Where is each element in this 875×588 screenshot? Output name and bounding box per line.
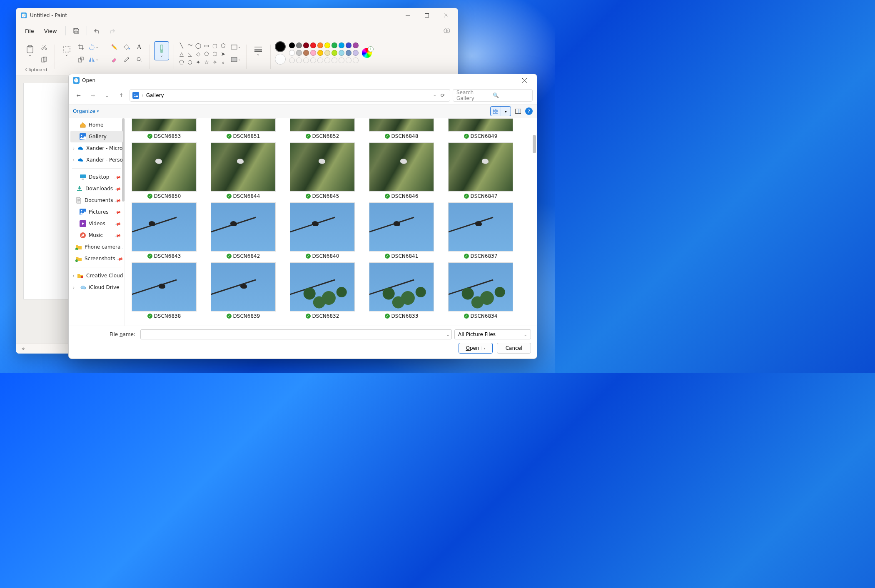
redo-icon[interactable] <box>105 25 118 37</box>
copy-icon[interactable] <box>38 54 50 65</box>
eraser-icon[interactable] <box>108 54 120 65</box>
color-swatch[interactable] <box>324 50 330 56</box>
color-swatch-empty[interactable] <box>296 57 302 63</box>
file-item[interactable]: ✓DSCN6840 <box>290 202 355 262</box>
file-item[interactable]: ✓DSCN6853 <box>132 118 197 142</box>
file-name-input[interactable]: ⌄ <box>140 329 452 339</box>
file-item[interactable]: ✓DSCN6833 <box>369 262 434 322</box>
file-item[interactable]: ✓DSCN6845 <box>290 142 355 202</box>
close-button[interactable] <box>436 9 456 22</box>
color-swatch-empty[interactable] <box>317 57 323 63</box>
color-swatch[interactable] <box>317 42 323 48</box>
maximize-button[interactable] <box>417 9 436 22</box>
color-swatch-empty[interactable] <box>332 57 337 63</box>
color-primary[interactable] <box>275 41 286 52</box>
view-mode-split-button[interactable]: ▾ <box>490 106 511 116</box>
organize-menu[interactable]: Organize▾ <box>73 108 99 114</box>
nav-documents[interactable]: Documents📌 <box>70 194 123 206</box>
nav-home[interactable]: Home <box>70 119 123 131</box>
color-swatch-empty[interactable] <box>339 57 344 63</box>
search-input[interactable]: Search Gallery 🔍 <box>453 89 533 102</box>
color-swatch[interactable] <box>289 42 295 48</box>
cancel-button[interactable]: Cancel <box>497 343 531 354</box>
color-swatch[interactable] <box>353 50 359 56</box>
edit-colors-button[interactable] <box>362 48 372 58</box>
help-button[interactable]: ? <box>525 107 533 115</box>
file-item[interactable]: ✓DSCN6844 <box>211 142 276 202</box>
save-icon[interactable] <box>70 25 82 37</box>
shapes-gallery[interactable]: ╲ 〜 ◯ ▭ ▢ ⬠ △ ◺ ◇ ⬠ ⬡ ➤ ⬠⬡✦☆✧⬨ <box>178 41 227 66</box>
content-scrollbar[interactable] <box>533 135 536 153</box>
color-swatch[interactable] <box>296 50 302 56</box>
color-secondary[interactable] <box>275 54 286 65</box>
file-item[interactable]: ✓DSCN6841 <box>369 202 434 262</box>
color-swatch[interactable] <box>332 42 337 48</box>
recent-dropdown[interactable]: ⌄ <box>101 90 113 101</box>
select-button[interactable]: ⌄ <box>59 41 74 60</box>
color-swatch[interactable] <box>353 42 359 48</box>
nav-desktop[interactable]: Desktop📌 <box>70 171 123 183</box>
open-button[interactable]: Open▾ <box>459 343 493 354</box>
stroke-width-button[interactable]: ⌄ <box>251 41 266 60</box>
color-swatch-empty[interactable] <box>324 57 330 63</box>
shape-outline-icon[interactable]: ⌄ <box>230 41 242 53</box>
up-button[interactable]: ↑ <box>115 90 127 101</box>
color-swatch[interactable] <box>310 42 316 48</box>
nav-downloads[interactable]: Downloads📌 <box>70 183 123 194</box>
breadcrumb-dropdown[interactable]: ⌄ <box>433 92 436 98</box>
cut-icon[interactable] <box>38 41 50 53</box>
color-swatch-empty[interactable] <box>353 57 359 63</box>
file-item[interactable]: ✓DSCN6852 <box>290 118 355 142</box>
file-item[interactable]: ✓DSCN6848 <box>369 118 434 142</box>
nav-gallery[interactable]: Gallery <box>70 131 123 142</box>
color-swatch[interactable] <box>324 42 330 48</box>
color-swatch-empty[interactable] <box>289 57 295 63</box>
eyedropper-icon[interactable] <box>121 54 132 65</box>
flip-icon[interactable]: ⌄ <box>87 54 99 65</box>
forward-button[interactable]: → <box>87 90 99 101</box>
file-item[interactable]: ✓DSCN6837 <box>448 202 513 262</box>
file-item[interactable]: ✓DSCN6834 <box>448 262 513 322</box>
brush-button[interactable]: ⌄ <box>154 41 169 60</box>
undo-icon[interactable] <box>91 25 104 37</box>
back-button[interactable]: ← <box>73 90 85 101</box>
color-swatch-empty[interactable] <box>346 57 351 63</box>
rotate-icon[interactable]: ⌄ <box>87 41 99 53</box>
color-swatch[interactable] <box>332 50 337 56</box>
resize-icon[interactable] <box>75 54 87 65</box>
file-item[interactable]: ✓DSCN6832 <box>290 262 355 322</box>
color-swatch[interactable] <box>346 42 351 48</box>
nav-creative-cloud[interactable]: ›Creative Cloud Files <box>70 270 123 282</box>
color-swatch[interactable] <box>346 50 351 56</box>
file-item[interactable]: ✓DSCN6839 <box>211 262 276 322</box>
nav-music[interactable]: Music📌 <box>70 229 123 241</box>
breadcrumb-gallery[interactable]: Gallery <box>146 92 164 98</box>
breadcrumb[interactable]: › Gallery ⌄ ⟳ <box>130 89 450 102</box>
crop-icon[interactable] <box>75 41 87 53</box>
file-item[interactable]: ✓DSCN6846 <box>369 142 434 202</box>
file-item[interactable]: ✓DSCN6849 <box>448 118 513 142</box>
shape-fill-icon[interactable]: ⌄ <box>230 54 242 65</box>
refresh-button[interactable]: ⟳ <box>441 92 445 98</box>
nav-videos[interactable]: Videos📌 <box>70 218 123 229</box>
color-swatch[interactable] <box>303 50 309 56</box>
color-swatch-empty[interactable] <box>303 57 309 63</box>
color-swatch[interactable] <box>289 50 295 56</box>
nav-pictures[interactable]: Pictures📌 <box>70 206 123 218</box>
color-swatch-empty[interactable] <box>310 57 316 63</box>
copilot-icon[interactable] <box>441 25 453 37</box>
paste-button[interactable]: ⌄ <box>22 41 37 60</box>
preview-pane-button[interactable] <box>514 107 523 116</box>
nav-onedrive-personal[interactable]: ›Xander - Personal <box>70 154 123 166</box>
minimize-button[interactable] <box>398 9 417 22</box>
color-swatch[interactable] <box>303 42 309 48</box>
nav-onedrive-ms[interactable]: ›Xander - Microsoft <box>70 142 123 154</box>
color-swatch[interactable] <box>310 50 316 56</box>
menu-view[interactable]: View <box>40 25 61 37</box>
text-icon[interactable]: A <box>133 41 145 53</box>
file-item[interactable]: ✓DSCN6847 <box>448 142 513 202</box>
menu-file[interactable]: File <box>21 25 38 37</box>
color-swatch[interactable] <box>339 42 344 48</box>
file-item[interactable]: ✓DSCN6851 <box>211 118 276 142</box>
file-item[interactable]: ✓DSCN6843 <box>132 202 197 262</box>
